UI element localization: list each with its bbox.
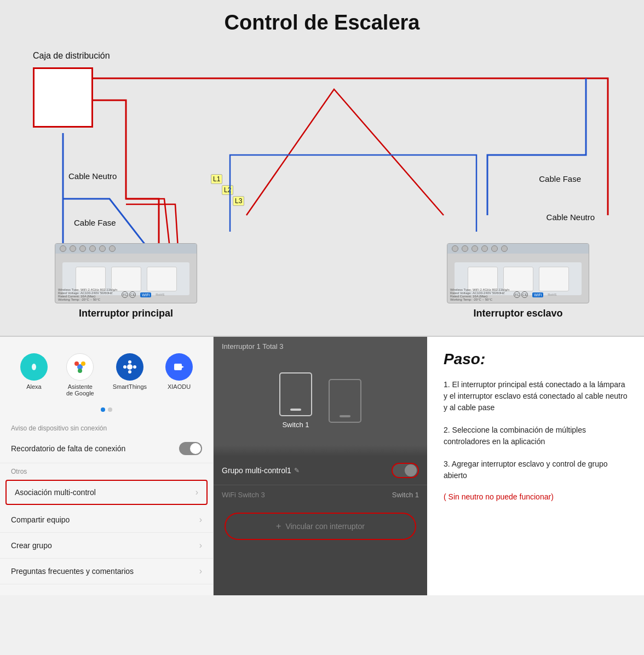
xiaodu-icon-item: XIAODU (165, 353, 193, 397)
grupo-row: Grupo multi-control1 ✎ (214, 456, 427, 485)
main-switch-body: Wireless Type: WiFi 2.4GHz 802.11b/g/nRa… (55, 243, 197, 303)
fcc-cert: FC (122, 291, 128, 298)
terminal-dot (481, 245, 488, 252)
switch-top-bar-left (55, 244, 197, 254)
paso-title: Paso: (444, 351, 628, 368)
terminal-dot (491, 245, 498, 252)
fcc-cert-right: FC (514, 291, 520, 298)
xiaodu-label: XIAODU (168, 383, 191, 390)
google-icon-item: Asistentede Google (66, 353, 94, 397)
terminal-dot (99, 245, 106, 252)
crear-menu-item[interactable]: Crear grupo › (0, 533, 213, 559)
app-icons-row: Alexa Asistentede Google (0, 348, 213, 407)
vincular-label: Vincular con interruptor (285, 522, 364, 531)
crear-label: Crear grupo (11, 541, 52, 550)
main-switch-unit: Wireless Type: WiFi 2.4GHz 802.11b/g/nRa… (49, 243, 203, 319)
svg-marker-12 (182, 366, 184, 368)
smartthings-label: SmartThings (113, 383, 147, 390)
grupo-label-text: Grupo multi-control1 (222, 466, 291, 475)
svg-point-6 (127, 364, 133, 370)
compartir-chevron: › (199, 515, 202, 525)
terminal-dot (89, 245, 96, 252)
dots-row (0, 407, 213, 412)
ui-switch-1[interactable]: Switch 1 (279, 372, 312, 429)
terminal-dot (109, 245, 116, 252)
asociacion-menu-item[interactable]: Asociación multi-control › (5, 480, 208, 505)
compartir-menu-item[interactable]: Compartir equipo › (0, 507, 213, 533)
compartir-label: Compartir equipo (11, 515, 70, 524)
aviso-section: Aviso de dispositivo sin conexión (0, 420, 213, 434)
switch1-right-label: Switch 1 (392, 491, 419, 499)
switch-button (147, 267, 177, 291)
bottom-section: Alexa Asistentede Google (0, 337, 644, 595)
alexa-icon-item: Alexa (20, 353, 48, 397)
terminal-dot (60, 245, 66, 252)
switch-button (111, 267, 141, 291)
switch-button (468, 267, 498, 291)
smartthings-logo (123, 360, 137, 374)
dot-2 (108, 407, 112, 412)
terminal-dot (462, 245, 468, 252)
step-1: 1. El interruptor principal está conecta… (444, 379, 628, 413)
left-panel: Alexa Asistentede Google (0, 337, 214, 595)
recordatorio-toggle[interactable] (179, 442, 202, 455)
vincular-button[interactable]: + Vincular con interruptor (225, 513, 416, 540)
right-panel: Paso: 1. El interruptor principal está c… (427, 337, 644, 595)
ce-cert: CE (129, 291, 136, 298)
certif-box-right: FC CE (514, 291, 528, 298)
switch-info-right: Wireless Type: WiFi 2.4GHz 802.11b/g/nRa… (450, 288, 586, 301)
switch-container: Wireless Type: WiFi 2.4GHz 802.11b/g/nRa… (16, 243, 628, 319)
step-2: 2. Seleccione la combinación de múltiple… (444, 424, 628, 447)
step-3: 3. Agregar interruptor esclavo y control… (444, 458, 628, 481)
xiaodu-icon-circle (165, 353, 193, 381)
terminal-dot (70, 245, 76, 252)
switch-top-bar-right (447, 244, 589, 254)
app-header: Interruptor 1 Total 3 (214, 337, 427, 356)
google-icon-circle (66, 353, 94, 381)
recordatorio-menu-item[interactable]: Recordatorio de falta de conexión (0, 434, 213, 463)
xiaodu-logo (172, 360, 186, 374)
svg-point-3 (74, 361, 79, 366)
switch-info-left: Wireless Type: WiFi 2.4GHz 802.11b/g/nRa… (58, 288, 194, 301)
wifi-label: WiFi (140, 292, 151, 297)
switch1-ui-label: Switch 1 (282, 421, 309, 429)
asociacion-chevron: › (196, 487, 198, 497)
svg-point-5 (78, 369, 82, 373)
otros-section: Otros (0, 463, 213, 478)
terminal-dot (452, 245, 458, 252)
crear-chevron: › (199, 541, 202, 550)
ui-switch-2[interactable] (329, 379, 361, 423)
rohs-label: RoHS (156, 293, 164, 296)
ui-switch-bar-2 (340, 415, 350, 417)
ce-cert-right: CE (521, 291, 528, 298)
google-label: Asistentede Google (66, 383, 94, 397)
slave-switch-unit: Wireless Type: WiFi 2.4GHz 802.11b/g/nRa… (441, 243, 595, 319)
ui-switch-bar-1 (290, 409, 301, 411)
main-switch-label: Interruptor principal (79, 308, 173, 319)
plus-icon: + (276, 521, 281, 531)
rohs-label-right: RoHS (548, 293, 556, 296)
wifi-switch-label: WiFi Switch 3 (222, 491, 265, 499)
grupo-toggle[interactable] (392, 463, 419, 478)
switch-ui-area: Switch 1 (214, 356, 427, 445)
preguntas-menu-item[interactable]: Preguntas frecuentes y comentarios › (0, 559, 213, 584)
slave-switch-body: Wireless Type: WiFi 2.4GHz 802.11b/g/nRa… (447, 243, 589, 303)
alexa-icon-circle (20, 353, 48, 381)
certif-box: FC CE (122, 291, 136, 298)
svg-rect-11 (174, 364, 182, 370)
edit-icon[interactable]: ✎ (294, 467, 300, 474)
alexa-label: Alexa (26, 383, 42, 390)
grupo-label: Grupo multi-control1 ✎ (222, 466, 300, 475)
smartthings-icon-circle (116, 353, 143, 381)
gradient-divider (214, 445, 427, 456)
switch-button (539, 267, 569, 291)
main-title: Control de Escalera (16, 11, 628, 35)
preguntas-chevron: › (199, 566, 202, 576)
svg-point-9 (123, 365, 127, 369)
switch-button (76, 267, 106, 291)
wifi-switch-row: WiFi Switch 3 Switch 1 (214, 485, 427, 504)
warning-text: ( Sin neutro no puede funcionar) (444, 492, 628, 501)
svg-point-7 (128, 360, 131, 364)
middle-panel: Interruptor 1 Total 3 Switch 1 Grupo mul… (214, 337, 427, 595)
alexa-logo (26, 359, 42, 375)
